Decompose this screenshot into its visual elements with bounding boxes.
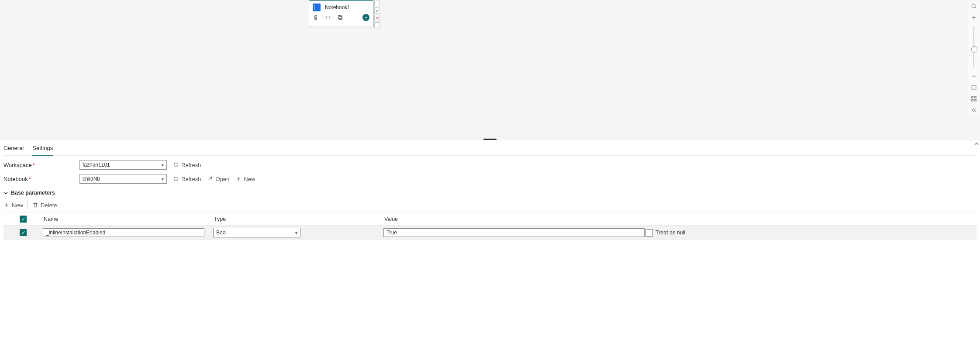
param-value-input[interactable] bbox=[383, 228, 645, 237]
param-type-value: Bool bbox=[216, 230, 227, 236]
col-value: Value bbox=[383, 216, 645, 222]
run-activity-icon[interactable] bbox=[362, 14, 369, 21]
notebook-label: Notebook* bbox=[3, 176, 73, 182]
workspace-label: Workspace* bbox=[3, 162, 73, 168]
notebook-activity-card[interactable]: Notebook1 bbox=[309, 0, 373, 27]
svg-rect-3 bbox=[972, 86, 976, 89]
svg-rect-0 bbox=[339, 16, 342, 19]
svg-rect-5 bbox=[975, 97, 977, 98]
select-all-checkbox[interactable]: ✓ bbox=[20, 216, 27, 223]
zoom-slider-thumb[interactable] bbox=[971, 46, 977, 52]
params-delete-button[interactable]: Delete bbox=[32, 202, 57, 209]
svg-rect-6 bbox=[972, 100, 973, 101]
fit-to-screen-icon[interactable] bbox=[969, 82, 979, 93]
notebook-row: Notebook* childNb ▾ Refresh Open New bbox=[3, 170, 977, 184]
base-parameters-header[interactable]: Base parameters bbox=[3, 184, 977, 197]
notebook-icon bbox=[313, 3, 321, 11]
notebook-select[interactable]: childNb ▾ bbox=[79, 174, 167, 184]
param-type-select[interactable]: Bool ▾ bbox=[213, 228, 300, 237]
workspace-select[interactable]: fazhan1101 ▾ bbox=[79, 160, 167, 170]
status-cell-empty bbox=[374, 0, 380, 6]
status-cell-fail-icon[interactable]: ✕ bbox=[374, 15, 380, 21]
svg-rect-1 bbox=[338, 16, 342, 19]
params-grid-row: ✓ Bool ▾ Treat as null bbox=[3, 226, 977, 240]
svg-point-2 bbox=[972, 4, 975, 7]
delete-activity-icon[interactable] bbox=[313, 14, 319, 21]
collapse-rail-icon[interactable] bbox=[969, 105, 979, 115]
toolbar-separator bbox=[28, 201, 28, 209]
chevron-down-icon: ▾ bbox=[295, 230, 297, 235]
tab-settings[interactable]: Settings bbox=[32, 143, 53, 156]
chevron-down-icon: ▾ bbox=[162, 163, 164, 167]
treat-as-null-checkbox[interactable] bbox=[645, 229, 653, 237]
status-cell-success-icon[interactable]: ✓ bbox=[374, 7, 380, 14]
chevron-down-icon: ▾ bbox=[162, 177, 164, 181]
auto-align-icon[interactable] bbox=[969, 94, 979, 104]
params-toolbar: New Delete bbox=[3, 197, 977, 213]
activity-status-strip: ✓ ✕ → bbox=[374, 0, 380, 28]
code-icon[interactable] bbox=[325, 14, 331, 21]
status-cell-skip-icon[interactable]: → bbox=[374, 22, 380, 28]
params-new-button[interactable]: New bbox=[3, 202, 23, 209]
workspace-refresh-button[interactable]: Refresh bbox=[173, 162, 201, 168]
workspace-select-value: fazhan1101 bbox=[83, 162, 110, 168]
panel-tabs: General Settings bbox=[3, 140, 977, 156]
svg-rect-4 bbox=[972, 97, 973, 98]
treat-as-null-label: Treat as null bbox=[656, 230, 685, 236]
zoom-slider[interactable] bbox=[973, 26, 974, 67]
tab-general[interactable]: General bbox=[3, 143, 24, 155]
treat-as-null-cell: Treat as null bbox=[645, 229, 698, 237]
params-grid-header: ✓ Name Type Value bbox=[3, 213, 977, 226]
canvas-tool-rail bbox=[968, 1, 980, 115]
pipeline-canvas[interactable]: Notebook1 bbox=[0, 0, 980, 140]
search-icon[interactable] bbox=[969, 1, 979, 11]
row-checkbox[interactable]: ✓ bbox=[20, 229, 27, 236]
param-name-input[interactable] bbox=[43, 228, 204, 237]
properties-panel: General Settings Workspace* fazhan1101 ▾… bbox=[0, 140, 980, 240]
svg-rect-7 bbox=[975, 100, 977, 101]
notebook-new-button[interactable]: New bbox=[235, 176, 255, 182]
col-name: Name bbox=[43, 216, 213, 222]
copy-icon[interactable] bbox=[337, 14, 343, 21]
zoom-in-icon[interactable] bbox=[969, 12, 979, 23]
workspace-row: Workspace* fazhan1101 ▾ Refresh bbox=[3, 156, 977, 170]
params-grid: ✓ Name Type Value ✓ Bool ▾ bbox=[3, 213, 977, 240]
notebook-open-button[interactable]: Open bbox=[207, 176, 230, 182]
zoom-out-icon[interactable] bbox=[969, 71, 979, 81]
col-type: Type bbox=[213, 216, 383, 222]
notebook-refresh-button[interactable]: Refresh bbox=[173, 176, 201, 182]
activity-title: Notebook1 bbox=[325, 4, 350, 10]
notebook-select-value: childNb bbox=[83, 176, 100, 182]
